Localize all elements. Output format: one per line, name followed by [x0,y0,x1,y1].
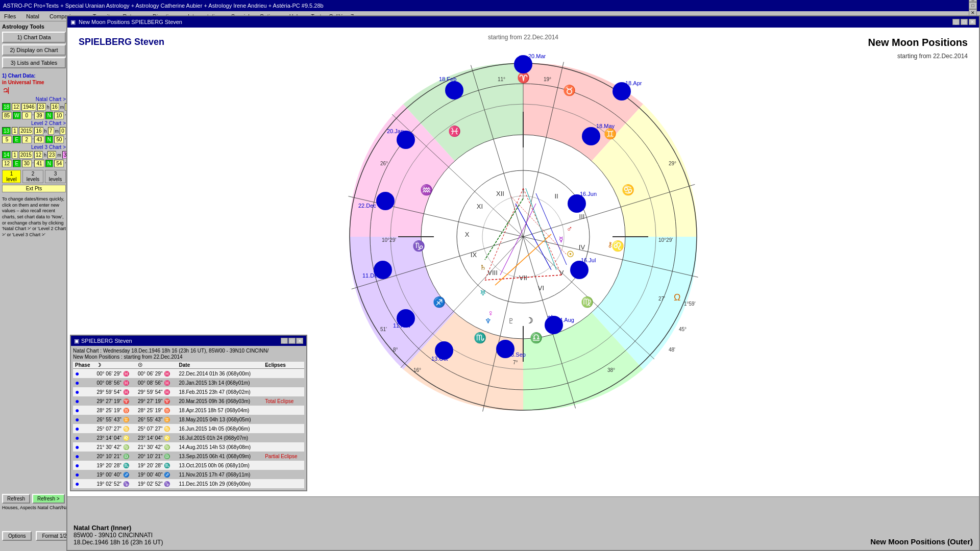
maximize-button[interactable]: □ [969,2,977,9]
table-row: ● 29° 59' 54" ♓ 29° 59' 54" ♓ 18.Feb.201… [73,387,304,396]
level3-button[interactable]: 3 levels [45,170,66,183]
chart-window-titlebar: ▣ New Moon Positions SPIELBERG Steven _ … [67,16,979,28]
svg-text:♀: ♀ [487,309,494,317]
l2-hour[interactable]: 16 [34,127,43,135]
l2-year[interactable]: 2015 [19,127,33,135]
dw-minimize[interactable]: _ [281,338,288,344]
cell-phase: ● [73,424,94,433]
svg-text:11.Dec: 11.Dec [362,272,380,279]
dw-close[interactable]: ✕ [296,338,303,344]
cell-moon: 19° 02' 52" ♑ [94,479,136,488]
chart-window-title: New Moon Positions SPIELBERG Steven [79,19,182,25]
svg-text:18.Feb: 18.Feb [439,76,456,82]
cell-sun: 28° 25' 19" ♉ [136,406,177,415]
cell-eclipse: Partial Eclipse [263,452,304,461]
svg-text:♌: ♌ [611,240,624,252]
l2-sec[interactable]: 0 [60,127,66,135]
data-window: ▣ SPIELBERG Steven _ □ ✕ Natal Chart : W… [70,335,307,491]
natal-year[interactable]: 1946 [21,103,36,111]
natal-hour[interactable]: 23 [37,103,46,111]
natal-long-min[interactable]: 0 [22,112,32,119]
col-sun[interactable]: ☉ [136,362,177,369]
natal-chart-link[interactable]: Natal Chart > [2,96,66,102]
cell-sun: 19° 20' 28" ♏ [136,461,177,470]
svg-text:16.Jun: 16.Jun [580,191,597,197]
cell-sun: 23° 14' 04" ♌ [136,433,177,442]
chart-win-minimize[interactable]: _ [952,19,960,25]
svg-point-93 [376,192,395,210]
l3-lat-dir[interactable]: N [45,160,54,167]
l3-long-min[interactable]: 30 [22,160,32,167]
col-moon[interactable]: ☽ [94,362,136,369]
natal-long-dir[interactable]: W [13,112,21,119]
refresh-button[interactable]: Refresh [2,494,30,504]
l3-long-deg[interactable]: 12 [2,160,12,167]
m-label2: m [55,129,59,134]
l2-long-dir[interactable]: E [13,136,21,143]
l3-day[interactable]: 14 [2,151,11,159]
l2-long-min[interactable]: 2 [22,136,32,143]
data-window-titlebar[interactable]: ▣ SPIELBERG Steven _ □ ✕ [71,336,306,346]
table-row: ● 25° 07' 27" ♋ 25° 07' 27" ♋ 16.Jun.201… [73,424,304,433]
l3-lat-deg[interactable]: 41 [34,160,44,167]
natal-month[interactable]: 12 [12,103,20,111]
natal-long-deg[interactable]: 85 [2,112,12,119]
l2-month[interactable]: 1 [12,127,18,135]
starting-text: starting from 22.Dec.2014 [486,32,560,43]
svg-text:13.Oct: 13.Oct [431,356,448,362]
l2-lat-min[interactable]: 50 [54,136,64,143]
col-eclipses[interactable]: Eclipses [263,362,304,369]
natal-min[interactable]: 16 [51,103,59,111]
level2-button[interactable]: 2 levels [22,170,43,183]
l3-lat-min[interactable]: 54 [54,160,64,167]
natal-lat-min[interactable]: 10 [54,112,64,119]
l2-lat-deg[interactable]: 43 [34,136,44,143]
natal-lat-dir[interactable]: N [45,112,54,119]
coords-info: 85W00 - 39N10 CINCINNATI [74,532,163,539]
cell-date: 22.Dec.2014 01h 36 (068y00m) [177,369,263,379]
col-phase[interactable]: Phase [73,362,94,369]
chart-data-button[interactable]: 1) Chart Data [2,32,66,43]
col-date[interactable]: Date [177,362,263,369]
lists-tables-button[interactable]: 3) Lists and Tables [2,57,66,68]
l3-hour[interactable]: 12 [34,151,43,159]
l2-day[interactable]: 13 [2,127,11,135]
natal-lat-deg[interactable]: 39 [34,112,44,119]
svg-text:19°: 19° [544,77,551,82]
cell-moon: 19° 00' 40" ♐ [94,470,136,479]
cell-date: 18.Apr.2015 18h 57 (068y04m) [177,406,263,415]
bottom-left-info: Natal Chart (Inner) 85W00 - 39N10 CINCIN… [74,524,163,546]
svg-text:16°: 16° [413,367,421,373]
table-row: ● 26° 55' 43" ♊ 26° 55' 43" ♊ 18.May.201… [73,415,304,424]
level3-chart-link[interactable]: Level 3 Chart > [2,144,66,150]
svg-text:XII: XII [496,190,504,197]
cell-date: 20.Mar.2015 09h 36 (068y03m) [177,396,263,406]
menu-files[interactable]: Files [2,13,18,20]
main-layout: Astrology Tools 1) Chart Data 2) Display… [0,21,980,551]
dw-maximize[interactable]: □ [288,338,296,344]
cell-date: 13.Oct.2015 00h 06 (068y10m) [177,461,263,470]
level1-button[interactable]: 1 level [2,170,21,183]
l3-month[interactable]: 1 [12,151,18,159]
l3-year[interactable]: 2015 [19,151,33,159]
l3-min[interactable]: 23 [47,151,56,159]
cell-moon: 20° 10' 21" ♎ [94,452,136,461]
chart-win-maximize[interactable]: □ [961,19,968,25]
l2-long-deg[interactable]: 5 [2,136,12,143]
menu-natal[interactable]: Natal [24,13,41,20]
cell-phase: ● [73,452,94,461]
chart-win-close[interactable]: ✕ [969,19,976,25]
svg-text:48': 48' [669,347,675,353]
refresh-arrow-button[interactable]: Refresh > [32,494,65,504]
ext-pts-button[interactable]: Ext Pts [2,185,66,192]
options-button[interactable]: Options [2,531,32,541]
l3-long-dir[interactable]: E [13,160,21,167]
horoscope-icon[interactable]: ♃ [2,86,10,96]
level-row: 1 level 2 levels 3 levels [2,170,66,183]
natal-day[interactable]: 18 [2,103,11,111]
display-on-chart-button[interactable]: 2) Display on Chart [2,44,66,56]
l2-lat-dir[interactable]: N [45,136,54,143]
cell-sun: 29° 59' 54" ♓ [136,387,177,396]
level2-chart-link[interactable]: Level 2 Chart > [2,120,66,126]
l2-min[interactable]: 7 [48,127,54,135]
